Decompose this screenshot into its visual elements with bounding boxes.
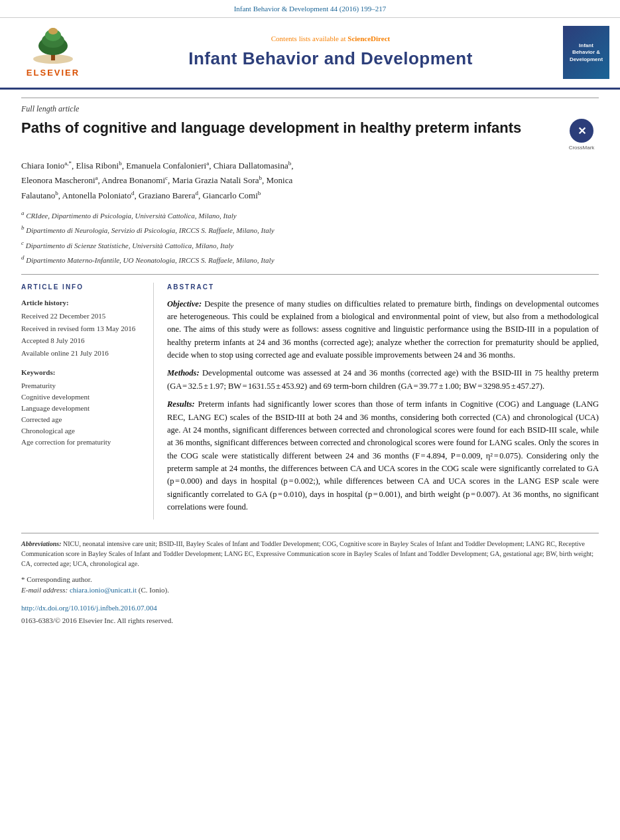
- crossmark-label: CrossMark: [569, 144, 595, 152]
- journal-logo-text: InfantBehavior &Development: [570, 42, 603, 63]
- keywords-label: Keywords:: [21, 368, 143, 378]
- corresponding-label: * Corresponding author.: [21, 574, 599, 585]
- affil-b: b Dipartimento di Neurologia, Servizio d…: [21, 223, 599, 236]
- abbreviations-label: Abbreviations:: [21, 540, 63, 547]
- doi-line[interactable]: http://dx.doi.org/10.1016/j.infbeh.2016.…: [21, 602, 599, 614]
- footnotes-section: Abbreviations: NICU, neonatal intensive …: [21, 533, 599, 626]
- sciencedirect-note: Contents lists available at ScienceDirec…: [106, 34, 555, 44]
- keyword-0: Prematurity: [21, 381, 143, 391]
- authors-line: Chiara Ionioa,*, Elisa Ribonib, Emanuela…: [21, 159, 599, 203]
- affil-a: a CRIdee, Dipartimento di Psicologia, Un…: [21, 208, 599, 222]
- abstract-text: Objective: Despite the presence of many …: [167, 298, 599, 514]
- journal-logo-thumb: InfantBehavior &Development: [563, 26, 609, 79]
- keyword-2: Language development: [21, 403, 143, 414]
- methods-label: Methods:: [167, 368, 200, 378]
- methods-text: Developmental outcome was assessed at 24…: [167, 368, 599, 390]
- email-line: E-mail address: chiara.ionio@unicatt.it …: [21, 585, 599, 596]
- history-item-1: Received in revised form 13 May 2016: [21, 323, 143, 334]
- keyword-1: Cognitive development: [21, 392, 143, 403]
- article-body: Full length article Paths of cognitive a…: [0, 90, 620, 640]
- corresponding-note: * Corresponding author. E-mail address: …: [21, 574, 599, 596]
- abstract-objective: Objective: Despite the presence of many …: [167, 298, 599, 362]
- history-item-3: Available online 21 July 2016: [21, 348, 143, 359]
- top-bar: Infant Behavior & Development 44 (2016) …: [0, 0, 620, 18]
- objective-label: Objective:: [167, 299, 202, 309]
- keyword-4: Chronological age: [21, 426, 143, 437]
- history-item-0: Received 22 December 2015: [21, 311, 143, 322]
- abbreviations-note: Abbreviations: NICU, neonatal intensive …: [21, 539, 599, 569]
- results-text: Preterm infants had significantly lower …: [167, 399, 599, 512]
- journal-title-center: Contents lists available at ScienceDirec…: [106, 34, 555, 72]
- objective-text: Despite the presence of many studies on …: [167, 299, 599, 360]
- abstract-methods: Methods: Developmental outcome was asses…: [167, 367, 599, 393]
- svg-rect-6: [52, 28, 54, 31]
- crossmark: ✕ CrossMark: [564, 119, 599, 152]
- elsevier-wordmark: ELSEVIER: [27, 67, 80, 80]
- article-type: Full length article: [21, 98, 599, 115]
- keyword-5: Age correction for prematurity: [21, 437, 143, 448]
- history-label: Article history:: [21, 298, 143, 309]
- abstract-results: Results: Preterm infants had significant…: [167, 398, 599, 514]
- abbreviations-text: NICU, neonatal intensive care unit; BSID…: [21, 540, 593, 567]
- issn-line: 0163-6383/© 2016 Elsevier Inc. All right…: [21, 615, 599, 626]
- email-address[interactable]: chiara.ionio@unicatt.it: [70, 586, 137, 594]
- two-col-layout: ARTICLE INFO Article history: Received 2…: [21, 274, 599, 520]
- article-title: Paths of cognitive and language developm…: [21, 119, 554, 138]
- page-wrapper: Infant Behavior & Development 44 (2016) …: [0, 0, 620, 640]
- history-item-2: Accepted 8 July 2016: [21, 335, 143, 346]
- affil-c: c Dipartimento di Scienze Statistiche, U…: [21, 238, 599, 251]
- article-info-heading: ARTICLE INFO: [21, 283, 143, 293]
- email-label: E-mail address:: [21, 586, 68, 594]
- sciencedirect-link[interactable]: ScienceDirect: [347, 35, 390, 42]
- crossmark-icon: ✕: [570, 119, 593, 143]
- results-label: Results:: [167, 399, 195, 409]
- journal-citation: Infant Behavior & Development 44 (2016) …: [234, 5, 387, 13]
- email-suffix: (C. Ionio).: [139, 586, 169, 594]
- journal-name: Infant Behavior and Development: [106, 46, 555, 72]
- elsevier-logo: ELSEVIER: [0, 23, 106, 82]
- affil-d: d Dipartimento Materno-Infantile, UO Neo…: [21, 253, 599, 266]
- article-title-row: Paths of cognitive and language developm…: [21, 119, 599, 152]
- keywords-section: Keywords: Prematurity Cognitive developm…: [21, 368, 143, 448]
- elsevier-tree-icon: [23, 26, 83, 66]
- keyword-3: Corrected age: [21, 415, 143, 425]
- abstract-heading: ABSTRACT: [167, 283, 599, 293]
- abstract-col: ABSTRACT Objective: Despite the presence…: [167, 283, 599, 520]
- affiliations: a CRIdee, Dipartimento di Psicologia, Un…: [21, 208, 599, 266]
- journal-header: ELSEVIER Contents lists available at Sci…: [0, 18, 620, 90]
- doi-text[interactable]: http://dx.doi.org/10.1016/j.infbeh.2016.…: [21, 604, 157, 612]
- article-info-col: ARTICLE INFO Article history: Received 2…: [21, 283, 154, 520]
